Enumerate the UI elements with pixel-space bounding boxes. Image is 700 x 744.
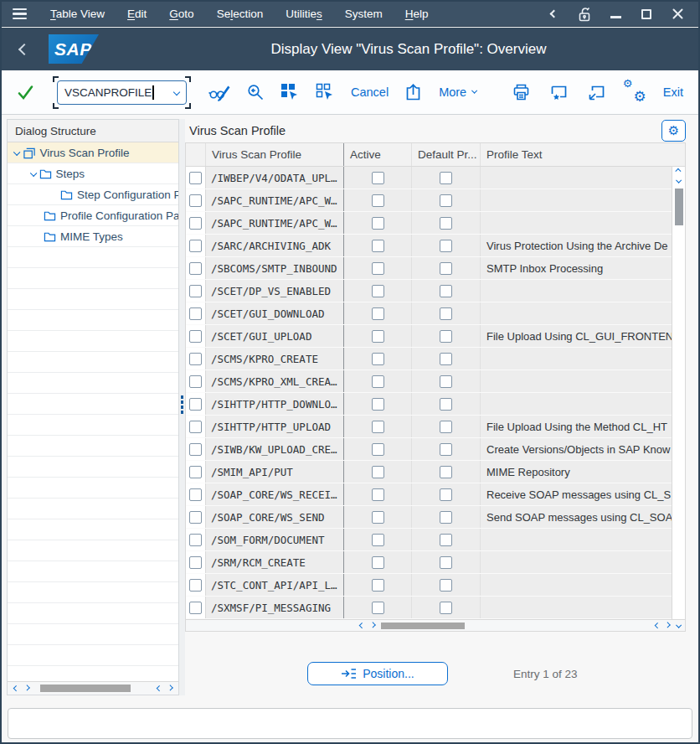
chevron-down-icon[interactable] <box>14 150 19 155</box>
sidebar-horizontal-scrollbar[interactable] <box>8 681 178 695</box>
profile-name-cell[interactable]: /SIWB/KW_UPLOAD_CRE… <box>206 438 344 460</box>
active-checkbox[interactable] <box>372 172 384 184</box>
profile-text-cell[interactable] <box>481 529 673 550</box>
menu-utilities[interactable]: Utilities <box>286 8 322 20</box>
row-select-checkbox[interactable] <box>189 421 202 433</box>
default-profile-checkbox[interactable] <box>440 579 452 592</box>
shortcut-icon[interactable] <box>587 83 606 101</box>
table-settings-gear-icon[interactable]: ⚙ <box>661 120 686 142</box>
profile-text-cell[interactable]: MIME Repository <box>481 461 673 483</box>
default-profile-checkbox[interactable] <box>440 488 452 501</box>
profile-text-cell[interactable] <box>481 393 673 415</box>
profile-name-cell[interactable]: /SXMSF/PI_MESSAGING <box>206 597 344 618</box>
profile-name-cell[interactable]: /IWBEP/V4/ODATA_UPL… <box>206 167 344 189</box>
command-field[interactable]: VSCANPROFILE <box>57 80 187 105</box>
profile-text-cell[interactable] <box>481 280 673 302</box>
tree-item-step-configuration-p[interactable]: Step Configuration P <box>8 184 178 205</box>
profile-name-cell[interactable]: /SBCOMS/SMTP_INBOUND <box>206 257 344 279</box>
tree-item-steps[interactable]: Steps <box>8 163 178 184</box>
default-profile-checkbox[interactable] <box>440 194 452 207</box>
active-checkbox[interactable] <box>372 602 384 614</box>
menu-edit[interactable]: Edit <box>127 8 147 20</box>
active-checkbox[interactable] <box>372 330 384 343</box>
row-select-checkbox[interactable] <box>189 240 202 252</box>
scroll-right-icon[interactable] <box>24 685 29 690</box>
minimize-icon[interactable] <box>606 5 625 23</box>
active-checkbox[interactable] <box>372 534 384 546</box>
default-profile-checkbox[interactable] <box>440 466 452 478</box>
scroll-left-icon[interactable] <box>13 685 18 690</box>
print-icon[interactable] <box>512 83 531 101</box>
active-checkbox[interactable] <box>372 398 384 411</box>
select-all-icon[interactable] <box>281 83 300 101</box>
profile-name-cell[interactable]: /SAPC_RUNTIME/APC_W… <box>206 189 344 211</box>
profile-text-cell[interactable]: SMTP Inbox Processing <box>481 257 673 279</box>
row-select-checkbox[interactable] <box>189 556 202 569</box>
column-header-profile-text[interactable]: Profile Text <box>481 143 685 166</box>
profile-name-cell[interactable]: /SOAP_CORE/WS_RECEI… <box>206 483 344 505</box>
scroll-right-icon[interactable] <box>370 623 375 628</box>
profile-name-cell[interactable]: /SIHTTP/HTTP_DOWNLO… <box>206 393 344 415</box>
command-dropdown-icon[interactable] <box>174 90 179 95</box>
menu-table-view[interactable]: Table View <box>50 8 105 20</box>
default-profile-checkbox[interactable] <box>440 421 452 433</box>
active-checkbox[interactable] <box>372 556 384 569</box>
scroll-down-icon[interactable] <box>677 176 681 185</box>
table-horizontal-scrollbar[interactable] <box>186 619 685 631</box>
profile-name-cell[interactable]: /SCET/GUI_UPLOAD <box>206 325 344 347</box>
row-select-checkbox[interactable] <box>189 217 202 230</box>
default-profile-checkbox[interactable] <box>440 285 452 297</box>
active-checkbox[interactable] <box>372 375 384 388</box>
profile-text-cell[interactable] <box>481 302 673 324</box>
profile-name-cell[interactable]: /SOM_FORM/DOCUMENT <box>206 529 344 550</box>
scroll-left-icon[interactable] <box>359 623 364 628</box>
scroll-left-icon[interactable] <box>157 685 162 690</box>
profile-name-cell[interactable]: /SCMS/KPRO_XML_CREA… <box>206 370 344 392</box>
profile-name-cell[interactable]: /SAPC_RUNTIME/APC_W… <box>206 212 344 234</box>
row-select-checkbox[interactable] <box>189 172 202 184</box>
table-vertical-scrollbar[interactable] <box>672 167 685 619</box>
scrollbar-thumb[interactable] <box>675 189 683 225</box>
more-button[interactable]: More <box>439 85 476 99</box>
new-session-icon[interactable] <box>549 83 569 101</box>
row-select-checkbox[interactable] <box>189 602 202 614</box>
profile-name-cell[interactable]: /SIHTTP/HTTP_UPLOAD <box>206 416 344 437</box>
default-profile-checkbox[interactable] <box>440 511 452 524</box>
menu-system[interactable]: System <box>345 8 383 20</box>
profile-text-cell[interactable]: Virus Protection Using the Archive De <box>481 235 673 256</box>
active-checkbox[interactable] <box>372 353 384 365</box>
cancel-button[interactable]: Cancel <box>351 85 389 99</box>
column-header-active[interactable]: Active <box>344 143 412 166</box>
scroll-right-icon[interactable] <box>665 623 670 628</box>
share-icon[interactable] <box>404 83 423 101</box>
active-checkbox[interactable] <box>372 579 384 592</box>
profile-name-cell[interactable]: /SMIM_API/PUT <box>206 461 344 483</box>
tree-item-virus-scan-profile[interactable]: Virus Scan Profile <box>8 142 178 163</box>
active-checkbox[interactable] <box>372 511 384 524</box>
chevron-left-icon[interactable] <box>544 5 563 23</box>
row-select-checkbox[interactable] <box>189 262 202 275</box>
scroll-down-icon[interactable] <box>676 623 681 628</box>
row-select-checkbox[interactable] <box>189 330 202 343</box>
panel-splitter[interactable] <box>179 119 185 695</box>
default-profile-checkbox[interactable] <box>440 534 452 546</box>
default-profile-checkbox[interactable] <box>440 217 452 230</box>
profile-text-cell[interactable]: File Upload Using the Method CL_HT <box>481 416 673 437</box>
row-select-checkbox[interactable] <box>189 398 202 411</box>
row-select-checkbox[interactable] <box>189 488 202 501</box>
default-profile-checkbox[interactable] <box>440 240 452 252</box>
active-checkbox[interactable] <box>372 285 384 297</box>
back-icon[interactable] <box>20 45 28 54</box>
profile-text-cell[interactable] <box>481 189 673 211</box>
profile-text-cell[interactable] <box>481 551 673 573</box>
profile-text-cell[interactable] <box>481 597 673 618</box>
column-header-profile[interactable]: Virus Scan Profile <box>206 143 344 166</box>
active-checkbox[interactable] <box>372 217 384 230</box>
select-column-header[interactable] <box>186 143 206 166</box>
profile-text-cell[interactable]: Receive SOAP messages using CL_S <box>481 483 673 505</box>
find-icon[interactable] <box>246 83 265 101</box>
row-select-checkbox[interactable] <box>189 194 202 207</box>
default-profile-checkbox[interactable] <box>440 307 452 320</box>
maximize-icon[interactable] <box>637 5 656 23</box>
profile-name-cell[interactable]: /SCET/GUI_DOWNLOAD <box>206 302 344 324</box>
